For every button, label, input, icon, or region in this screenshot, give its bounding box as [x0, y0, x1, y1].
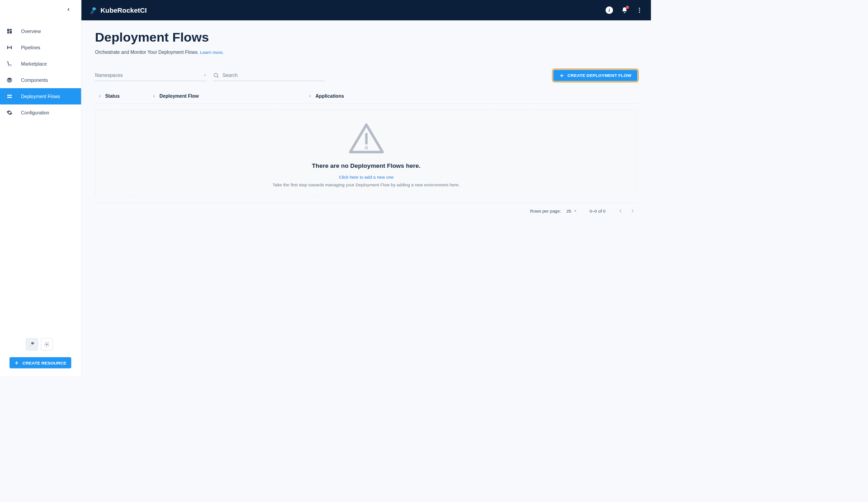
svg-point-1 — [639, 9, 640, 11]
sidebar-item-label: Deployment Flows — [21, 94, 60, 99]
create-resource-button[interactable]: CREATE RESOURCE — [9, 357, 71, 369]
svg-point-0 — [639, 8, 640, 9]
layers-icon — [6, 77, 13, 84]
search-icon — [213, 72, 219, 78]
main-content: Deployment Flows Orchestrate and Monitor… — [81, 20, 651, 377]
page-title: Deployment Flows — [95, 30, 637, 44]
svg-line-26 — [217, 76, 218, 77]
sidebar-item-configuration[interactable]: Configuration — [0, 104, 81, 121]
brand-name: KubeRocketCI — [100, 6, 147, 14]
info-button[interactable]: i — [606, 6, 613, 14]
sidebar-item-label: Overview — [21, 28, 41, 34]
empty-description: Take the first step towards managing you… — [102, 182, 631, 187]
cart-icon — [6, 61, 13, 67]
sidebar-item-pipelines[interactable]: Pipelines — [0, 39, 81, 56]
theme-rocket-button[interactable] — [26, 338, 38, 350]
pagination: Rows per page: 25 0–0 of 0 — [95, 203, 637, 214]
svg-point-11 — [11, 66, 12, 66]
sidebar-item-overview[interactable]: Overview — [0, 23, 81, 39]
more-menu-button[interactable] — [636, 7, 643, 14]
create-deployment-flow-button[interactable]: CREATE DEPLOYMENT FLOW — [553, 70, 637, 81]
gear-icon — [6, 109, 13, 116]
create-resource-label: CREATE RESOURCE — [23, 360, 66, 365]
rocket-icon — [90, 6, 97, 14]
notifications-button[interactable] — [621, 7, 628, 14]
sidebar-item-label: Marketplace — [21, 61, 47, 66]
sidebar-item-deployment-flows[interactable]: Deployment Flows — [0, 88, 81, 104]
column-deployment-flow[interactable]: Deployment Flow — [152, 93, 308, 99]
prev-page-button[interactable] — [618, 208, 623, 214]
svg-line-21 — [45, 346, 46, 346]
column-applications[interactable]: Applications — [308, 93, 376, 99]
caret-down-icon — [203, 73, 207, 77]
sidebar-collapse-button[interactable] — [66, 7, 71, 14]
sun-gear-icon — [44, 341, 50, 348]
svg-point-25 — [214, 73, 218, 77]
brand-logo[interactable]: KubeRocketCI — [90, 6, 147, 14]
create-flow-label: CREATE DEPLOYMENT FLOW — [568, 73, 631, 78]
empty-title: There are no Deployment Flows here. — [102, 162, 631, 170]
next-page-button[interactable] — [630, 208, 636, 214]
theme-settings-button[interactable] — [41, 338, 53, 350]
svg-rect-13 — [7, 97, 12, 98]
dashboard-icon — [6, 28, 13, 35]
svg-line-20 — [48, 346, 48, 346]
svg-rect-3 — [7, 29, 9, 32]
caret-down-icon — [574, 209, 578, 213]
svg-rect-8 — [11, 46, 12, 49]
chevron-left-icon — [66, 7, 71, 12]
sort-icon — [308, 93, 312, 99]
svg-point-30 — [366, 147, 366, 148]
svg-point-2 — [639, 12, 640, 13]
svg-line-19 — [45, 342, 46, 343]
svg-point-14 — [46, 344, 47, 345]
rows-per-page-label: Rows per page: — [530, 208, 561, 213]
page-subtitle: Orchestrate and Monitor Your Deployment … — [95, 49, 637, 55]
svg-rect-4 — [10, 29, 12, 30]
sort-icon — [98, 93, 102, 99]
svg-rect-6 — [7, 32, 9, 33]
search-box — [213, 70, 325, 81]
svg-rect-12 — [7, 95, 12, 96]
sidebar-item-label: Configuration — [21, 110, 49, 115]
rows-per-page-select[interactable]: 25 — [566, 208, 577, 213]
svg-rect-7 — [7, 46, 8, 49]
svg-rect-5 — [10, 31, 12, 33]
sidebar-item-marketplace[interactable]: Marketplace — [0, 56, 81, 72]
warning-icon — [347, 122, 385, 155]
plus-icon — [560, 73, 564, 78]
svg-line-22 — [48, 342, 48, 343]
empty-state: There are no Deployment Flows here. Clic… — [95, 110, 637, 196]
table-header: Status Deployment Flow Applications — [95, 89, 637, 104]
namespaces-select[interactable]: Namespaces — [95, 70, 207, 81]
column-status[interactable]: Status — [98, 93, 152, 99]
svg-rect-9 — [9, 47, 10, 48]
sidebar: Overview Pipelines Marketplace Component… — [0, 20, 81, 377]
namespaces-label: Namespaces — [95, 72, 123, 78]
sidebar-item-components[interactable]: Components — [0, 72, 81, 88]
pipeline-icon — [6, 44, 13, 51]
notification-dot — [626, 6, 629, 9]
svg-point-10 — [8, 66, 9, 66]
pagination-range: 0–0 of 0 — [590, 208, 606, 213]
sort-icon — [152, 93, 156, 99]
search-input[interactable] — [223, 72, 325, 78]
empty-add-link[interactable]: Click here to add a new one — [339, 175, 394, 180]
learn-more-link[interactable]: Learn more. — [200, 50, 224, 55]
sidebar-item-label: Pipelines — [21, 45, 41, 50]
sidebar-item-label: Components — [21, 77, 48, 83]
rocket-icon — [29, 341, 35, 348]
plus-icon — [14, 360, 19, 365]
flows-icon — [6, 93, 13, 100]
kebab-icon — [636, 7, 643, 14]
